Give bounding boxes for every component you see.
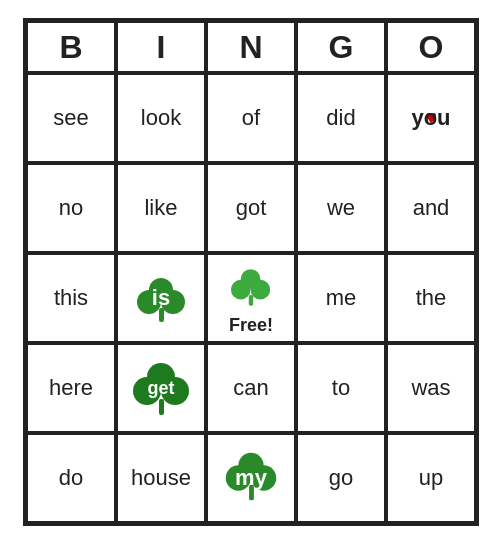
- header-g: G: [296, 21, 386, 73]
- cell-4-2[interactable]: my: [206, 433, 296, 523]
- svg-point-20: [251, 279, 271, 299]
- cell-2-2[interactable]: Free!: [206, 253, 296, 343]
- cell-0-0[interactable]: see: [26, 73, 116, 163]
- bingo-header: B I N G O: [26, 21, 476, 73]
- you-label: you: [411, 105, 450, 131]
- cell-1-1[interactable]: like: [116, 163, 206, 253]
- cell-4-1[interactable]: house: [116, 433, 206, 523]
- cell-4-3[interactable]: go: [296, 433, 386, 523]
- cell-3-3[interactable]: to: [296, 343, 386, 433]
- cell-0-4[interactable]: ♥ you: [386, 73, 476, 163]
- cell-4-4[interactable]: up: [386, 433, 476, 523]
- header-b: B: [26, 21, 116, 73]
- cell-2-4[interactable]: the: [386, 253, 476, 343]
- bingo-card: B I N G O see look of did: [23, 18, 479, 526]
- free-label: Free!: [229, 315, 273, 336]
- cell-0-2[interactable]: of: [206, 73, 296, 163]
- cell-2-0[interactable]: this: [26, 253, 116, 343]
- header-n: N: [206, 21, 296, 73]
- cell-1-3[interactable]: we: [296, 163, 386, 253]
- shamrock-free-icon: [222, 261, 280, 313]
- svg-point-19: [231, 279, 251, 299]
- get-label: get: [148, 378, 175, 399]
- bingo-grid: see look of did: [26, 73, 476, 523]
- cell-1-2[interactable]: got: [206, 163, 296, 253]
- cell-0-1[interactable]: look: [116, 73, 206, 163]
- cell-2-3[interactable]: me: [296, 253, 386, 343]
- svg-rect-25: [159, 399, 164, 415]
- cell-1-0[interactable]: no: [26, 163, 116, 253]
- cell-3-4[interactable]: was: [386, 343, 476, 433]
- cell-1-4[interactable]: and: [386, 163, 476, 253]
- cell-3-1[interactable]: get: [116, 343, 206, 433]
- cell-4-0[interactable]: do: [26, 433, 116, 523]
- cell-0-3[interactable]: did: [296, 73, 386, 163]
- header-i: I: [116, 21, 206, 73]
- cell-2-1[interactable]: is: [116, 253, 206, 343]
- my-label: my: [235, 465, 267, 491]
- header-o: O: [386, 21, 476, 73]
- cell-3-0[interactable]: here: [26, 343, 116, 433]
- cell-3-2[interactable]: can: [206, 343, 296, 433]
- svg-rect-21: [249, 295, 253, 306]
- is-label: is: [152, 285, 170, 311]
